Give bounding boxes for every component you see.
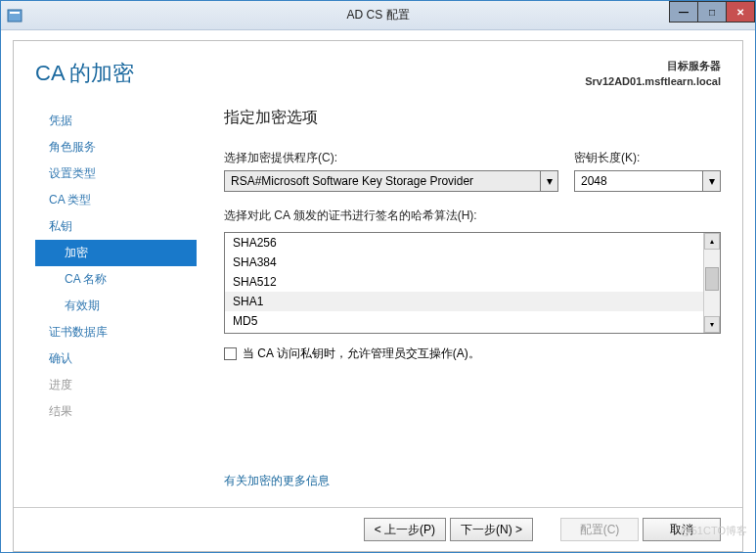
prev-button[interactable]: < 上一步(P) [364,518,446,541]
target-server: 目标服务器 Srv12AD01.msftlearn.local [585,59,721,87]
app-icon [7,8,22,23]
window-controls: — □ ✕ [670,1,755,23]
hash-listbox[interactable]: SHA256SHA384SHA512SHA1MD5 ▴ ▾ [224,232,721,334]
cancel-button[interactable]: 取消 [643,518,721,541]
hash-option-sha1[interactable]: SHA1 [225,292,703,311]
page-title: CA 的加密 [35,59,134,88]
hash-option-md5[interactable]: MD5 [225,311,703,331]
sidebar-item-9[interactable]: 确认 [35,346,197,372]
svg-rect-1 [10,12,20,14]
sidebar-item-7[interactable]: 有效期 [35,293,197,319]
scroll-down-icon[interactable]: ▾ [704,316,720,333]
scroll-up-icon[interactable]: ▴ [704,233,720,250]
sidebar-item-8[interactable]: 证书数据库 [35,319,197,346]
hash-list[interactable]: SHA256SHA384SHA512SHA1MD5 [225,233,703,333]
csp-label: 选择加密提供程序(C): [224,150,558,166]
provider-row: 选择加密提供程序(C): RSA#Microsoft Software Key … [224,150,721,192]
window-title: AD CS 配置 [346,7,409,23]
more-info-link[interactable]: 有关加密的更多信息 [224,473,721,489]
interact-checkbox[interactable] [224,347,237,360]
form-heading: 指定加密选项 [224,108,721,128]
hash-label: 选择对此 CA 颁发的证书进行签名的哈希算法(H): [224,207,721,224]
chevron-down-icon[interactable]: ▾ [541,170,558,192]
interact-checkbox-row: 当 CA 访问私钥时，允许管理员交互操作(A)。 [224,346,721,362]
keylen-value: 2048 [574,170,703,192]
main-layout: 凭据角色服务设置类型CA 类型私钥加密CA 名称有效期证书数据库确认进度结果 指… [14,88,742,507]
csp-value: RSA#Microsoft Software Key Storage Provi… [224,170,541,192]
interact-checkbox-label: 当 CA 访问私钥时，允许管理员交互操作(A)。 [243,346,480,362]
target-server-name: Srv12AD01.msftlearn.local [585,75,721,87]
configure-button: 配置(C) [560,518,639,541]
chevron-down-icon[interactable]: ▾ [703,170,721,192]
content-area: CA 的加密 目标服务器 Srv12AD01.msftlearn.local 凭… [1,30,755,552]
sidebar-item-6[interactable]: CA 名称 [35,266,197,293]
keylen-select[interactable]: 2048 ▾ [574,170,721,192]
panel: CA 的加密 目标服务器 Srv12AD01.msftlearn.local 凭… [13,40,743,552]
scroll-thumb[interactable] [705,267,719,291]
minimize-button[interactable]: — [669,1,698,23]
hash-option-sha384[interactable]: SHA384 [225,253,703,272]
sidebar-item-1[interactable]: 角色服务 [35,134,197,161]
hash-option-sha512[interactable]: SHA512 [225,272,703,292]
sidebar-item-0[interactable]: 凭据 [35,108,197,134]
hash-option-sha256[interactable]: SHA256 [225,233,703,253]
form-area: 指定加密选项 选择加密提供程序(C): RSA#Microsoft Softwa… [197,108,721,497]
svg-rect-0 [8,10,22,22]
button-bar: < 上一步(P) 下一步(N) > 配置(C) 取消 [14,507,742,551]
sidebar-item-4[interactable]: 私钥 [35,213,197,240]
scroll-track[interactable] [704,250,720,316]
next-button[interactable]: 下一步(N) > [450,518,533,541]
scrollbar[interactable]: ▴ ▾ [703,233,720,333]
close-button[interactable]: ✕ [726,1,755,23]
sidebar-item-3[interactable]: CA 类型 [35,187,197,213]
maximize-button[interactable]: □ [697,1,727,23]
titlebar: AD CS 配置 — □ ✕ [1,1,755,30]
sidebar-item-2[interactable]: 设置类型 [35,161,197,187]
csp-select[interactable]: RSA#Microsoft Software Key Storage Provi… [224,170,558,192]
header-row: CA 的加密 目标服务器 Srv12AD01.msftlearn.local [14,41,742,88]
sidebar-item-5[interactable]: 加密 [35,240,197,266]
sidebar-item-10: 进度 [35,372,197,398]
target-server-label: 目标服务器 [585,59,721,73]
sidebar-item-11: 结果 [35,398,197,425]
keylen-label: 密钥长度(K): [574,150,721,166]
sidebar: 凭据角色服务设置类型CA 类型私钥加密CA 名称有效期证书数据库确认进度结果 [35,108,197,497]
